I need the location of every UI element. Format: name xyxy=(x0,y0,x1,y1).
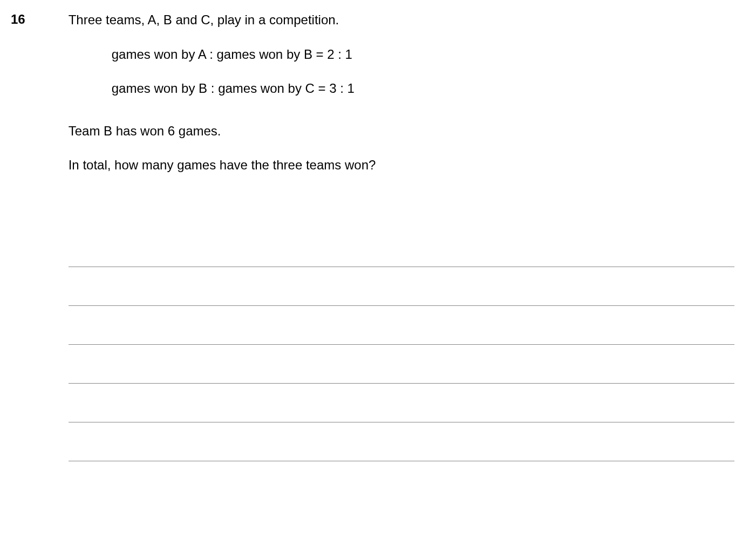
question-body: Three teams, A, B and C, play in a compe… xyxy=(69,11,734,461)
answer-line[interactable] xyxy=(69,267,734,306)
ratio-line-2: games won by B : games won by C = 3 : 1 xyxy=(112,79,734,98)
question-number: 16 xyxy=(11,11,25,27)
answer-lines-area xyxy=(69,228,734,461)
question-final: In total, how many games have the three … xyxy=(69,156,734,174)
ratio-line-1: games won by A : games won by B = 2 : 1 xyxy=(112,45,734,64)
answer-line[interactable] xyxy=(69,422,734,461)
question-container: 16 Three teams, A, B and C, play in a co… xyxy=(11,11,734,461)
answer-line[interactable] xyxy=(69,306,734,345)
question-intro: Three teams, A, B and C, play in a compe… xyxy=(69,11,734,29)
answer-line[interactable] xyxy=(69,228,734,267)
answer-line[interactable] xyxy=(69,384,734,422)
answer-line[interactable] xyxy=(69,345,734,384)
question-statement: Team B has won 6 games. xyxy=(69,122,734,140)
